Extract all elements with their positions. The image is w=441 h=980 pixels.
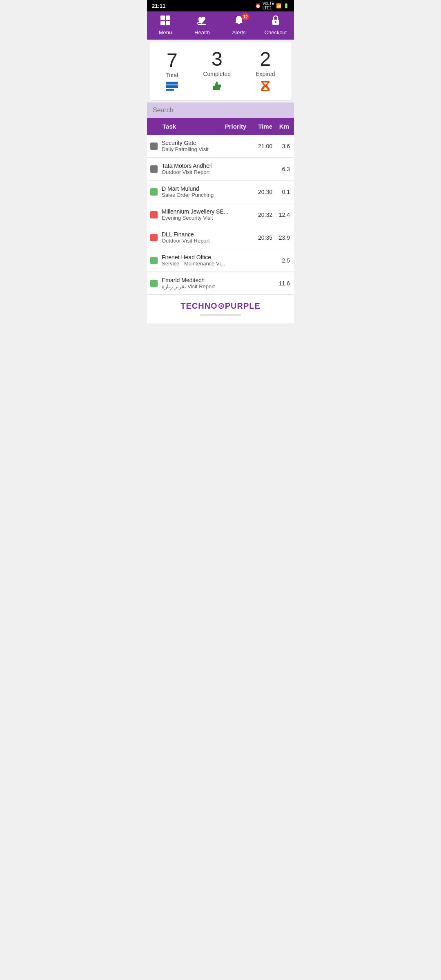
task-color-indicator: [150, 165, 158, 173]
nav-health[interactable]: Health: [188, 15, 216, 36]
task-color-indicator: [150, 211, 158, 218]
task-time: 20:35: [250, 234, 272, 241]
stat-total: 7 Total: [166, 51, 178, 93]
svg-rect-2: [160, 21, 165, 25]
status-icons: ⏰ VoLTELTE1 📶 🔋: [255, 1, 289, 10]
status-time: 21:11: [152, 3, 165, 9]
task-name: Tata Motors Andheri: [162, 163, 250, 169]
svg-rect-11: [261, 81, 270, 82]
header-priority: Priority: [221, 123, 250, 130]
nav-checkout-label: Checkout: [265, 29, 287, 36]
header-km: Km: [272, 123, 291, 130]
task-km: 2.5: [272, 257, 291, 264]
task-name: DLL Finance: [162, 231, 250, 238]
svg-rect-10: [166, 89, 174, 91]
task-name: Security Gate: [162, 140, 250, 146]
task-color-indicator: [150, 257, 158, 264]
task-info: Emarld Meditech تقرير زيارة Visit Report: [162, 277, 250, 290]
task-color-indicator: [150, 143, 158, 150]
task-time: 20:32: [250, 212, 272, 218]
task-list: Security Gate Daily Patrolling Visit 21:…: [147, 135, 294, 295]
svg-rect-8: [166, 82, 178, 85]
checkout-icon: [270, 15, 281, 28]
task-info: DLL Finance Outdoor Visit Report: [162, 231, 250, 244]
task-color-indicator: [150, 234, 158, 241]
stat-completed-value: 3: [212, 49, 223, 69]
nav-menu[interactable]: Menu: [151, 15, 180, 36]
task-row[interactable]: Firenet Head Office Service - Maintenanc…: [147, 249, 294, 272]
brand-symbol: ⊙: [218, 301, 225, 310]
nav-health-label: Health: [194, 29, 210, 36]
task-info: Firenet Head Office Service - Maintenanc…: [162, 254, 250, 267]
brand-suffix: PURPLE: [225, 301, 261, 310]
task-km: 11.6: [272, 280, 291, 287]
task-name: Millennium Jewellery SE...: [162, 208, 250, 215]
svg-rect-5: [238, 23, 240, 24]
svg-rect-0: [160, 16, 165, 20]
table-header: Task Priority Time Km: [147, 118, 294, 135]
task-row[interactable]: Millennium Jewellery SE... Evening Secur…: [147, 203, 294, 226]
home-indicator: [200, 314, 241, 316]
task-name: D Mart Mulund: [162, 185, 250, 192]
footer: TECHNO⊙PURPLE: [147, 295, 294, 323]
signal-bars-icon: 📶: [276, 3, 282, 9]
brand-logo: TECHNO⊙PURPLE: [147, 301, 294, 311]
task-km: 12.4: [272, 212, 291, 218]
nav-alerts-label: Alerts: [232, 29, 245, 36]
header-time: Time: [250, 123, 272, 130]
task-km: 3.6: [272, 143, 291, 149]
svg-rect-4: [198, 24, 206, 25]
stat-completed-label: Completed: [203, 71, 231, 77]
search-input[interactable]: [153, 107, 288, 114]
task-row[interactable]: Emarld Meditech تقرير زيارة Visit Report…: [147, 272, 294, 295]
task-row[interactable]: D Mart Mulund Sales Order Punching 20:30…: [147, 180, 294, 203]
task-name: Emarld Meditech: [162, 277, 250, 283]
stat-completed: 3 Completed: [203, 49, 231, 94]
task-subtitle: Outdoor Visit Report: [162, 238, 250, 244]
task-row[interactable]: Security Gate Daily Patrolling Visit 21:…: [147, 135, 294, 158]
task-info: Millennium Jewellery SE... Evening Secur…: [162, 208, 250, 221]
expired-hourglass-icon: [261, 80, 270, 94]
task-row[interactable]: DLL Finance Outdoor Visit Report 20:35 2…: [147, 226, 294, 249]
stat-total-label: Total: [166, 72, 178, 78]
battery-icon: 🔋: [283, 3, 289, 9]
task-km: 6.3: [272, 166, 291, 172]
menu-icon: [160, 15, 171, 28]
task-km: 0.1: [272, 189, 291, 195]
stat-expired-value: 2: [260, 49, 271, 69]
brand-prefix: TECHNO: [180, 301, 217, 310]
total-list-icon: [166, 82, 178, 93]
task-subtitle: Daily Patrolling Visit: [162, 146, 250, 152]
svg-rect-9: [166, 85, 178, 88]
alarm-icon: ⏰: [255, 3, 261, 9]
search-bar[interactable]: [147, 102, 294, 118]
task-time: 20:30: [250, 189, 272, 195]
task-info: Tata Motors Andheri Outdoor Visit Report: [162, 163, 250, 175]
stat-total-value: 7: [167, 51, 178, 70]
task-color-indicator: [150, 280, 158, 287]
svg-rect-3: [166, 21, 170, 25]
nav-alerts[interactable]: 12 Alerts: [225, 15, 253, 36]
status-bar: 21:11 ⏰ VoLTELTE1 📶 🔋: [147, 0, 294, 11]
alerts-badge: 12: [242, 13, 249, 20]
svg-rect-1: [166, 16, 170, 20]
task-subtitle: Service - Maintenance Vi...: [162, 261, 250, 267]
task-name: Firenet Head Office: [162, 254, 250, 261]
top-nav: Menu Health 12 Alerts: [147, 11, 294, 40]
task-color-indicator: [150, 188, 158, 196]
stat-expired: 2 Expired: [256, 49, 275, 94]
task-subtitle: تقرير زيارة Visit Report: [162, 283, 250, 290]
stat-expired-label: Expired: [256, 71, 275, 77]
stats-card: 7 Total 3 Completed 2 Expired: [149, 42, 292, 100]
header-task: Task: [150, 123, 221, 130]
task-row[interactable]: Tata Motors Andheri Outdoor Visit Report…: [147, 158, 294, 180]
nav-checkout[interactable]: Checkout: [261, 15, 290, 36]
task-subtitle: Sales Order Punching: [162, 192, 250, 198]
task-info: Security Gate Daily Patrolling Visit: [162, 140, 250, 152]
health-icon: [196, 15, 208, 28]
task-time: 21:00: [250, 143, 272, 149]
task-subtitle: Evening Security Visit: [162, 215, 250, 221]
svg-rect-12: [261, 90, 270, 91]
task-subtitle: Outdoor Visit Report: [162, 169, 250, 175]
completed-thumb-icon: [211, 80, 223, 94]
